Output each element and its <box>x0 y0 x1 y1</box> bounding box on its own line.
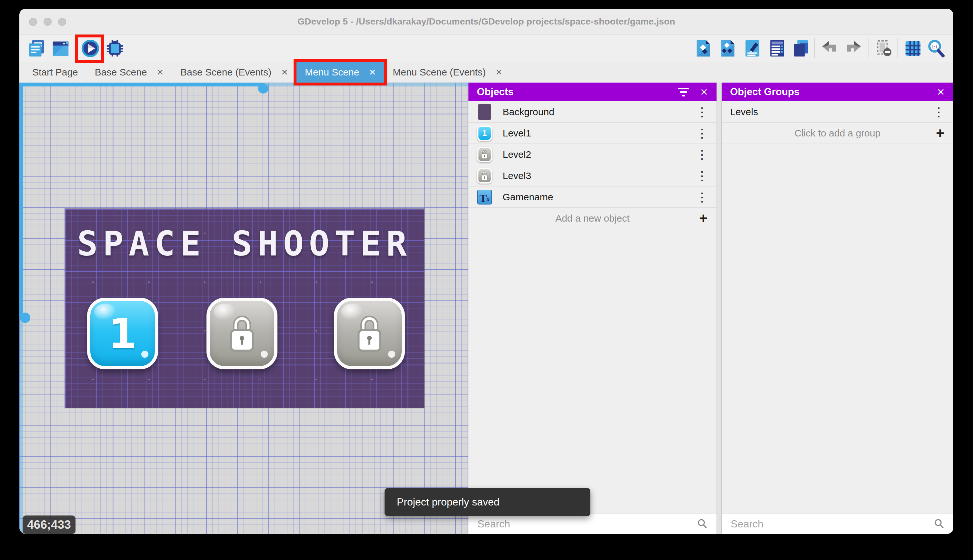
redo-button[interactable] <box>844 39 864 58</box>
panel-resize-divider[interactable] <box>716 83 722 534</box>
remove-instances-button[interactable] <box>874 39 894 58</box>
toolbar-separator <box>897 38 898 58</box>
objects-search-bar <box>468 513 716 534</box>
object-row-level1[interactable]: 1 Level1 ⋮ <box>468 123 716 144</box>
scene-title-text-object[interactable]: SPACE SHOOTER <box>65 224 424 263</box>
object-groups-panel-toggle-button[interactable] <box>718 39 737 58</box>
tab-label: Menu Scene (Events) <box>393 67 485 78</box>
toggle-grid-button[interactable] <box>903 39 923 58</box>
instances-list-icon <box>768 39 786 58</box>
text-object-icon: Tx <box>477 189 492 205</box>
search-icon <box>696 518 708 530</box>
kebab-menu-icon[interactable]: ⋮ <box>696 106 708 118</box>
preview-play-button[interactable] <box>81 39 100 58</box>
object-row-gamename[interactable]: Tx Gamename ⋮ <box>468 187 716 208</box>
objects-panel-icon <box>694 39 712 58</box>
scene-window-button[interactable] <box>51 39 70 58</box>
minimize-window-button[interactable] <box>43 18 52 26</box>
screenshot-stage: GDevelop 5 - /Users/dkarakay/Documents/G… <box>0 0 973 560</box>
kebab-menu-icon[interactable]: ⋮ <box>696 127 708 139</box>
scene-canvas[interactable]: SPACE SHOOTER 1 <box>19 83 468 534</box>
object-groups-panel-icon <box>718 39 737 58</box>
level-1-button-instance[interactable]: 1 <box>87 298 158 369</box>
object-row-level3[interactable]: Level3 ⋮ <box>468 165 716 187</box>
add-object-label: Add a new object <box>555 213 630 224</box>
objects-panel-toggle-button[interactable] <box>693 39 713 58</box>
tab-menu-scene[interactable]: Menu Scene ✕ <box>297 62 384 83</box>
coordinates-value: 466;433 <box>27 518 71 532</box>
tab-close-icon[interactable]: ✕ <box>281 67 288 77</box>
level-button-unlocked-icon: 1 <box>477 125 492 141</box>
zoom-window-button[interactable] <box>58 18 66 26</box>
lock-icon <box>481 150 488 159</box>
lock-icon <box>355 314 384 353</box>
tab-menu-scene-events[interactable]: Menu Scene (Events) ✕ <box>384 62 511 83</box>
grid-icon <box>904 39 922 58</box>
background-swatch-icon <box>477 104 492 120</box>
add-new-object-button[interactable]: Add a new object + <box>468 208 716 229</box>
group-row-levels[interactable]: Levels ⋮ <box>722 101 953 123</box>
kebab-menu-icon[interactable]: ⋮ <box>696 148 708 161</box>
level-button-locked-icon <box>477 147 492 162</box>
tab-close-icon[interactable]: ✕ <box>495 67 503 77</box>
tab-close-icon[interactable]: ✕ <box>369 67 376 77</box>
object-name: Gamename <box>503 192 553 203</box>
zoom-options-button[interactable]: 1:1 <box>926 39 946 58</box>
instances-list-toggle-button[interactable] <box>768 39 787 58</box>
zoom-1-1-icon: 1:1 <box>927 39 946 58</box>
project-manager-button[interactable] <box>27 39 46 58</box>
level-3-locked-button-instance[interactable] <box>334 298 405 369</box>
editor-tab-bar: Start Page Base Scene ✕ Base Scene (Even… <box>19 62 953 83</box>
kebab-menu-icon[interactable]: ⋮ <box>933 106 945 118</box>
undo-button[interactable] <box>820 39 839 58</box>
remove-instances-icon <box>875 39 893 58</box>
level-number: 1 <box>108 310 137 358</box>
canvas-vertical-scrollbar[interactable] <box>19 83 23 534</box>
tab-label: Start Page <box>32 67 78 78</box>
cursor-coordinates-badge: 466;433 <box>23 515 75 534</box>
scene-window-icon <box>51 39 70 58</box>
close-icon[interactable]: ✕ <box>700 87 708 98</box>
debugger-button[interactable] <box>105 39 125 58</box>
objects-search-input[interactable] <box>477 518 696 530</box>
kebab-menu-icon[interactable]: ⋮ <box>696 191 708 203</box>
object-groups-panel-header: Object Groups ✕ <box>722 83 953 101</box>
save-toast: Project properly saved <box>385 488 590 516</box>
tab-base-scene-events[interactable]: Base Scene (Events) ✕ <box>172 62 297 83</box>
kebab-menu-icon[interactable]: ⋮ <box>696 170 708 182</box>
tab-base-scene[interactable]: Base Scene ✕ <box>87 62 172 83</box>
game-scene-preview[interactable]: SPACE SHOOTER 1 <box>65 209 424 408</box>
tab-start-page[interactable]: Start Page <box>24 62 87 83</box>
add-group-button[interactable]: Click to add a group + <box>722 123 953 144</box>
horizontal-scrollbar-thumb[interactable] <box>258 83 268 93</box>
level-2-locked-button-instance[interactable] <box>207 298 277 369</box>
toast-message: Project properly saved <box>385 496 500 508</box>
level-button-locked-icon <box>477 168 492 183</box>
object-name: Level3 <box>503 170 531 181</box>
lock-icon <box>481 171 488 181</box>
close-icon[interactable]: ✕ <box>937 87 945 98</box>
object-row-level2[interactable]: Level2 ⋮ <box>468 144 716 165</box>
groups-search-input[interactable] <box>730 518 933 530</box>
object-name: Background <box>503 107 554 117</box>
filter-icon[interactable] <box>678 88 689 97</box>
properties-panel-icon <box>743 39 762 58</box>
tab-close-icon[interactable]: ✕ <box>157 67 164 77</box>
plus-icon: + <box>699 211 708 225</box>
object-groups-panel: Object Groups ✕ Levels ⋮ Click to add a … <box>722 83 953 534</box>
project-manager-icon <box>27 39 46 58</box>
toolbar: 1:1 <box>19 35 953 62</box>
layers-panel-toggle-button[interactable] <box>791 39 811 58</box>
group-name: Levels <box>730 107 758 117</box>
tab-label: Menu Scene <box>305 67 359 78</box>
properties-panel-toggle-button[interactable] <box>743 39 762 58</box>
close-window-button[interactable] <box>29 18 37 26</box>
toolbar-separator <box>868 38 868 58</box>
canvas-horizontal-scrollbar[interactable] <box>19 83 468 87</box>
object-name: Level1 <box>503 128 531 139</box>
editor-content: SPACE SHOOTER 1 <box>19 83 953 534</box>
search-icon <box>933 518 945 530</box>
redo-icon <box>845 39 863 58</box>
object-row-background[interactable]: Background ⋮ <box>468 101 716 123</box>
vertical-scrollbar-thumb[interactable] <box>20 313 30 323</box>
